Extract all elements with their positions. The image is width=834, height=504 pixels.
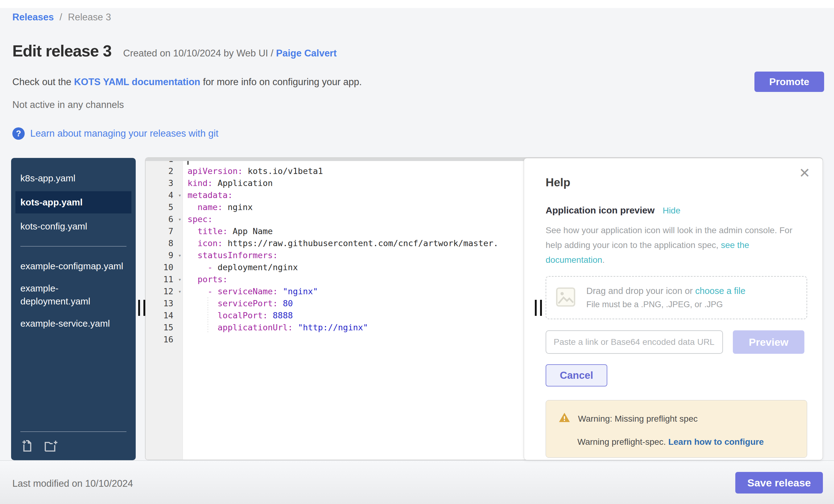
page-title: Edit release 3 [12,42,111,60]
help-panel: ✕ Help Application icon preview Hide See… [524,158,823,460]
line-number: 7 [146,225,182,237]
file-item[interactable]: example-configmap.yaml [11,255,136,277]
file-list-divider [20,246,127,246]
fold-arrow-icon[interactable]: ▾ [178,286,181,298]
breadcrumb-separator: / [60,12,62,23]
line-number: 14 [146,309,182,322]
code-text: kind: Application [182,177,273,189]
promote-button[interactable]: Promote [754,71,824,92]
code-text: spec: [182,213,213,225]
cancel-button[interactable]: Cancel [546,364,607,387]
hide-link[interactable]: Hide [662,206,680,216]
line-number: 9▾ [146,249,182,261]
file-item[interactable]: example-deployment.yaml [11,277,136,312]
code-text: statusInformers: [182,249,278,261]
close-icon[interactable]: ✕ [799,166,810,180]
breadcrumb: Releases / Release 3 [12,12,111,23]
line-number: 16 [146,333,182,346]
line-number: 15 [146,322,182,333]
dropzone-line1: Drag and drop your icon or choose a file [586,286,745,296]
code-text: metadata: [182,189,233,201]
channel-status-text: Not active in any channels [12,99,124,110]
fold-arrow-icon[interactable]: ▾ [178,190,181,201]
subtitle-pre: Check out the [12,76,74,87]
line-number: 11▾ [146,273,182,285]
file-item[interactable]: kots-app.yaml [16,191,131,214]
preview-button[interactable]: Preview [733,330,805,354]
line-number: 8 [146,237,182,249]
line-number: 5 [146,201,182,213]
learn-how-to-configure-link[interactable]: Learn how to configure [668,437,764,447]
git-banner[interactable]: ? Learn about managing your releases wit… [12,127,218,140]
sidebar-bottom [11,432,136,460]
file-list: k8s-app.yamlkots-app.yamlkots-config.yam… [11,158,136,335]
icon-url-input[interactable] [546,330,723,354]
dropzone-text: Drag and drop your icon or [586,286,695,296]
warning-body: Warning preflight-spec. Learn how to con… [577,437,794,447]
dropzone-file-requirements: File must be a .PNG, .JPEG, or .JPG [586,300,745,309]
created-date-text: Created on 10/10/2024 by Web UI / [123,48,273,59]
author-link[interactable]: Paige Calvert [276,48,336,59]
fold-arrow-icon[interactable]: ▾ [178,273,181,286]
code-text: - serviceName: "nginx" [182,285,318,297]
code-text: icon: https://raw.githubusercontent.com/… [182,237,499,249]
created-text: Created on 10/10/2024 by Web UI / Paige … [123,48,336,59]
top-strip [0,0,834,8]
fold-arrow-icon[interactable]: ▾ [178,214,181,225]
description-pre: See how your application icon will look … [546,225,792,250]
warning-title: Warning: Missing preflight spec [578,414,698,424]
new-folder-icon[interactable] [43,439,59,453]
breadcrumb-releases-link[interactable]: Releases [12,12,54,23]
editor-help-resize-handle[interactable] [535,300,542,316]
code-text: - deployment/nginx [182,261,298,273]
code-text: servicePort: 80 [182,297,293,309]
line-number: 4▾ [146,189,182,201]
file-item[interactable]: example-service.yaml [11,312,136,335]
question-mark-icon: ? [12,127,25,140]
help-panel-title: Help [546,176,807,189]
image-placeholder-icon [555,287,576,308]
title-row: Edit release 3 Created on 10/10/2024 by … [12,42,337,60]
icon-dropzone[interactable]: Drag and drop your icon or choose a file… [546,276,807,319]
line-number: 3 [146,177,182,189]
subtitle-post: for more info on configuring your app. [200,76,362,87]
fold-arrow-icon[interactable]: ▾ [178,249,181,262]
warning-triangle-icon [558,412,571,426]
file-item[interactable]: kots-config.yaml [11,215,136,238]
code-text: apiVersion: kots.io/v1beta1 [182,165,323,177]
file-tree-sidebar: k8s-app.yamlkots-app.yamlkots-config.yam… [11,158,136,460]
kots-yaml-docs-link[interactable]: KOTS YAML documentation [74,76,200,87]
icon-preview-section-title: Application icon preview [546,205,655,216]
sidebar-bottom-divider [20,432,127,432]
git-releases-link[interactable]: Learn about managing your releases with … [30,128,218,139]
line-number: 6▾ [146,213,182,225]
icon-preview-description: See how your application icon will look … [546,223,792,267]
code-text: title: App Name [182,225,273,237]
line-number: 10 [146,261,182,273]
breadcrumb-current: Release 3 [68,12,111,23]
subtitle: Check out the KOTS YAML documentation fo… [12,76,362,88]
code-text [182,333,188,346]
code-text: name: nginx [182,201,253,213]
last-modified-text: Last modified on 10/10/2024 [12,478,133,489]
description-post: . [602,255,605,265]
save-release-button[interactable]: Save release [735,472,823,494]
warning-body-text: Warning preflight-spec. [577,437,668,447]
code-text: localPort: 8888 [182,309,293,322]
preflight-warning-box: Warning: Missing preflight spec Warning … [546,400,807,458]
code-text: applicationUrl: "http://nginx" [182,322,368,333]
choose-a-file-link[interactable]: choose a file [695,286,745,296]
footer: Last modified on 10/10/2024 Save release [0,460,834,504]
code-text: ports: [182,273,227,285]
line-number: 2 [146,165,182,177]
sidebar-editor-resize-handle[interactable] [138,300,145,316]
line-number: 12▾ [146,285,182,297]
new-file-icon[interactable] [20,439,35,453]
file-item[interactable]: k8s-app.yaml [11,167,136,190]
line-number: 13 [146,297,182,309]
